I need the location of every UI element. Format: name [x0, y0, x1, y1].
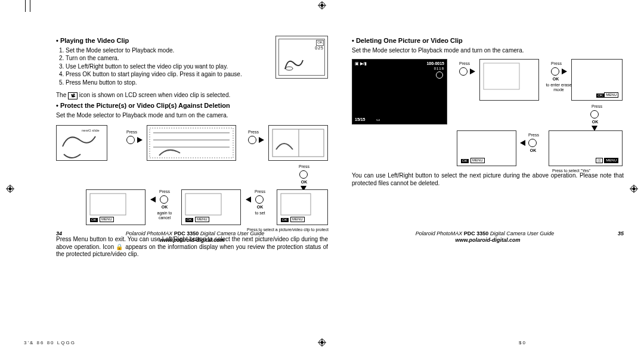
dpad-icon — [299, 170, 308, 179]
menu-badge: MENU — [604, 92, 618, 98]
press-label: Press — [547, 61, 565, 66]
lcd-illustration-icon: newG slide — [57, 126, 107, 160]
arrow-right-icon — [562, 68, 567, 74]
lcd-thumbnail: OK 025 — [275, 36, 328, 79]
lcd-target-icon — [436, 71, 443, 79]
ok-label: OK — [551, 77, 561, 82]
ok-label: OK — [255, 205, 265, 210]
footer-title: Polaroid PhotoMAX PDC 3350 Digital Camer… — [56, 230, 328, 237]
svg-point-16 — [286, 67, 293, 70]
press-label: Press — [244, 130, 262, 135]
footer-right: 35 Polaroid PhotoMAX PDC 3350 Digital Ca… — [352, 230, 624, 244]
protect-intro: Set the Mode selector to Playback mode a… — [56, 112, 328, 120]
lcd-time: 0118 — [434, 67, 444, 71]
footer-title: Polaroid PhotoMAX PDC 3350 Digital Camer… — [352, 230, 624, 237]
registration-mark-icon — [318, 1, 326, 10]
lcd-panel: OK MENU — [457, 130, 516, 166]
svg-rect-27 — [484, 63, 519, 89]
dpad-icon — [590, 110, 599, 119]
footer-url: www.polaroid-digital.com — [56, 237, 328, 244]
arrow-right-icon — [470, 68, 475, 74]
delete-intro: Set the Mode selector to Playback mode a… — [352, 47, 624, 55]
dpad-icon — [248, 136, 256, 144]
note-pre: The — [56, 92, 68, 98]
svg-point-3 — [321, 4, 324, 7]
lcd-folder: 100-0015 — [426, 61, 444, 67]
press-label: Press — [525, 133, 543, 138]
menu-badge: MENU — [290, 217, 305, 223]
lcd-panel — [479, 59, 539, 101]
crop-mark — [30, 0, 30, 12]
heading-delete: Deleting One Picture or Video Clip — [352, 37, 624, 45]
content-columns: OK 025 Playing the Video Clip Set the Mo… — [56, 36, 624, 261]
svg-point-15 — [321, 341, 324, 344]
footer-left: 34 Polaroid PhotoMAX PDC 3350 Digital Ca… — [56, 230, 328, 244]
page-right: Deleting One Picture or Video Clip Set t… — [352, 36, 624, 261]
svg-point-7 — [9, 188, 12, 191]
svg-rect-24 — [90, 194, 126, 215]
video-clip-doodle-icon — [282, 54, 306, 72]
ok-badge: OK — [461, 159, 469, 164]
dpad-icon — [551, 67, 559, 76]
caption-select-yes: Press to select "Yes" — [518, 169, 625, 173]
press-label: Press — [456, 61, 473, 66]
ok-badge: OK — [185, 218, 193, 223]
menu-badge-alt: ▯▯ — [596, 158, 603, 164]
lcd-panel: MENU ▯▯ — [549, 130, 623, 166]
press-label: Press — [249, 189, 271, 194]
video-clip-icon: 📽 — [68, 92, 78, 99]
video-icon-note: The 📽 icon is shown on LCD screen when v… — [56, 92, 328, 99]
menu-badge: MENU — [195, 217, 209, 223]
step: Press Menu button to stop. — [66, 79, 328, 88]
arrow-left-icon — [246, 197, 251, 202]
page-number: 35 — [618, 230, 624, 237]
arrow-left-icon — [150, 197, 156, 202]
lcd-panel: OK MENU — [181, 189, 241, 225]
svg-point-11 — [633, 188, 636, 191]
dpad-icon — [459, 67, 467, 76]
footer-brand: Polaroid PhotoMAX — [126, 230, 174, 236]
svg-rect-26 — [281, 194, 311, 215]
lcd-panel: OK MENU — [86, 189, 145, 225]
arrow-left-icon — [520, 140, 525, 146]
registration-mark-icon — [6, 185, 14, 193]
lcd-illustration-icon — [147, 126, 236, 160]
ok-label: OK — [528, 148, 538, 153]
lcd-icons: ▣ ▶/▮ — [355, 61, 367, 67]
menu-badge: MENU — [604, 158, 618, 164]
page-number: 34 — [56, 230, 62, 237]
menu-badge: MENU — [100, 217, 114, 223]
lcd-panel — [268, 125, 328, 161]
ok-label: OK — [299, 180, 309, 185]
svg-rect-22 — [273, 129, 324, 157]
press-label: Press — [292, 164, 316, 169]
protect-diagram: newG slide Press Press — [56, 121, 328, 233]
ok-badge: OK — [281, 218, 289, 223]
note-post: icon is shown on LCD screen when video c… — [79, 92, 230, 98]
footer-brand: Polaroid PhotoMAX — [416, 230, 464, 236]
lcd-panel-main: ▣ ▶/▮ 100-0015 0118 15/15 ▭ — [352, 59, 447, 124]
footer-model: PDC 3350 — [174, 230, 199, 236]
footer-url: www.polaroid-digital.com — [352, 237, 624, 244]
lcd-illustration-icon — [480, 60, 538, 100]
print-code-left: 3'& 86 80 LQGG — [24, 340, 76, 345]
lcd-card-icon: ▭ — [376, 117, 380, 123]
arrow-right-icon — [137, 137, 143, 143]
heading-protect: Protect the Picture(s) or Video Clip(s) … — [56, 102, 328, 110]
registration-mark-icon — [630, 185, 638, 193]
dpad-icon — [160, 195, 168, 204]
page-left: OK 025 Playing the Video Clip Set the Mo… — [56, 36, 328, 261]
press-label: Press — [123, 130, 141, 135]
footer-suffix: Digital Camera User Guide — [488, 230, 554, 236]
crop-mark — [25, 0, 26, 12]
dpad-icon — [255, 195, 264, 204]
print-code-right: $0 — [519, 340, 527, 345]
lcd-panel: OK MENU — [277, 189, 328, 225]
lcd-panel: OK MENU — [571, 59, 623, 101]
ok-label: OK — [590, 120, 600, 124]
arrow-right-icon — [259, 137, 264, 143]
registration-mark-icon — [318, 338, 326, 347]
svg-rect-25 — [185, 194, 221, 215]
dpad-icon — [528, 139, 537, 147]
svg-text:newG slide: newG slide — [82, 129, 100, 132]
